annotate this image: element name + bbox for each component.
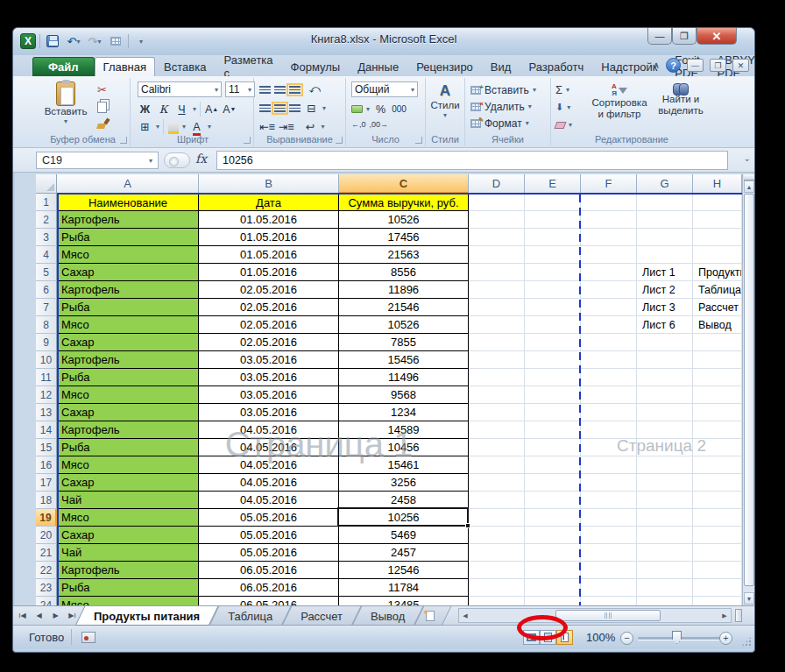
cell-F19[interactable] — [581, 509, 637, 527]
cell-G24[interactable] — [637, 597, 693, 605]
cell-F5[interactable] — [581, 264, 637, 281]
cell-F22[interactable] — [581, 562, 637, 579]
cell-F23[interactable] — [581, 579, 637, 597]
find-select-button[interactable]: Найти и выделить — [653, 83, 709, 117]
cell-H13[interactable] — [693, 404, 742, 421]
cell-B19[interactable]: 05.05.2016 — [199, 509, 339, 527]
underline-button[interactable]: Ч — [174, 102, 189, 117]
cell-F9[interactable] — [581, 334, 637, 351]
increase-indent-button[interactable]: ⇥≡ — [279, 119, 294, 134]
row-header-11[interactable]: 11 — [36, 369, 57, 386]
clear-button[interactable]: ▾ — [555, 117, 572, 132]
align-middle-icon[interactable] — [274, 86, 286, 94]
tab-вид[interactable]: Вид — [482, 57, 520, 76]
row-header-20[interactable]: 20 — [36, 527, 57, 544]
cell-H9[interactable] — [693, 334, 742, 351]
cell-D8[interactable] — [469, 316, 525, 334]
cell-F4[interactable] — [581, 246, 637, 264]
cell-A24[interactable]: Мясо — [57, 597, 199, 605]
row-header-14[interactable]: 14 — [36, 421, 57, 439]
delete-cells-button[interactable]: Удалить▾ — [470, 99, 536, 114]
horizontal-scrollbar[interactable]: ◀ ▶ — [458, 608, 732, 623]
cell-F10[interactable] — [581, 351, 637, 369]
cell-E10[interactable] — [525, 351, 581, 369]
cell-B20[interactable]: 05.05.2016 — [199, 527, 339, 544]
cell-A8[interactable]: Мясо — [57, 316, 199, 334]
expand-formula-bar-icon[interactable]: ⌄ — [744, 153, 751, 163]
row-header-7[interactable]: 7 — [36, 299, 57, 316]
cell-D22[interactable] — [469, 562, 525, 579]
cell-E9[interactable] — [525, 334, 581, 351]
row-header-18[interactable]: 18 — [36, 492, 57, 509]
cell-H8[interactable]: Вывод — [693, 316, 742, 334]
cell-G18[interactable] — [637, 492, 693, 509]
row-header-6[interactable]: 6 — [36, 281, 57, 299]
cell-E11[interactable] — [525, 369, 581, 386]
fill-color-button[interactable] — [163, 119, 179, 134]
cell-F8[interactable] — [581, 316, 637, 334]
row-header-5[interactable]: 5 — [36, 264, 57, 281]
table-header-cell[interactable]: Наименование — [57, 194, 199, 211]
row-header-12[interactable]: 12 — [36, 386, 57, 404]
cell-A6[interactable]: Картофель — [57, 281, 199, 299]
tab-split-handle[interactable] — [735, 609, 742, 622]
insert-cells-button[interactable]: Вставить▾ — [470, 82, 536, 97]
row-header-1[interactable]: 1 — [36, 194, 57, 211]
cell-C9[interactable]: 7855 — [339, 334, 469, 351]
cell-A18[interactable]: Чай — [57, 492, 199, 509]
cell-C12[interactable]: 9568 — [339, 386, 469, 404]
cell-E21[interactable] — [525, 544, 581, 562]
tab-данные[interactable]: Данные — [349, 57, 407, 76]
cell-C18[interactable]: 2458 — [339, 492, 469, 509]
fx-icon[interactable]: fx — [195, 152, 207, 166]
sheet-tab-таблица[interactable]: Таблица — [214, 606, 286, 626]
cell-H12[interactable] — [693, 386, 742, 404]
cell-E15[interactable] — [525, 439, 581, 456]
cell-G11[interactable] — [637, 369, 693, 386]
workbook-minimize-button[interactable]: — — [687, 59, 704, 72]
fill-handle[interactable] — [465, 523, 470, 528]
cell-B24[interactable]: 06.05.2016 — [199, 597, 339, 605]
cell-G23[interactable] — [637, 579, 693, 597]
copy-button[interactable] — [97, 102, 107, 113]
cell-D10[interactable] — [469, 351, 525, 369]
cell-C24[interactable]: 13485 — [339, 597, 469, 605]
decrease-decimal-button[interactable]: ,00→ — [370, 120, 389, 129]
cell-G16[interactable] — [637, 456, 693, 474]
cell-F3[interactable] — [581, 229, 637, 246]
cell-F12[interactable] — [581, 386, 637, 404]
cell-G3[interactable] — [637, 229, 693, 246]
cell-H11[interactable] — [693, 369, 742, 386]
row-header-16[interactable]: 16 — [36, 456, 57, 474]
cell-G2[interactable] — [637, 211, 693, 229]
cell-A21[interactable]: Чай — [57, 544, 199, 562]
help-icon[interactable]: ? — [666, 58, 681, 73]
cell-A4[interactable]: Мясо — [57, 246, 199, 264]
resize-grip[interactable] — [741, 636, 752, 647]
cell-D23[interactable] — [469, 579, 525, 597]
workbook-close-button[interactable]: ✕ — [732, 59, 749, 72]
cell-D24[interactable] — [469, 597, 525, 605]
cell-E23[interactable] — [525, 579, 581, 597]
collapse-ribbon-icon[interactable]: ∧ — [653, 60, 660, 71]
cell-G13[interactable] — [637, 404, 693, 421]
cell-H21[interactable] — [693, 544, 742, 562]
orientation-button[interactable]: ⤺ — [308, 82, 322, 97]
row-header-8[interactable]: 8 — [36, 316, 57, 334]
cell-B10[interactable]: 03.05.2016 — [199, 351, 339, 369]
align-left-icon[interactable] — [259, 104, 271, 112]
sheet-tab-active[interactable]: Продукты питания — [80, 606, 214, 626]
paste-button[interactable]: Вставить ▾ — [41, 81, 90, 125]
cell-C17[interactable]: 3256 — [339, 474, 469, 492]
fill-button[interactable]: ⬇▾ — [555, 100, 572, 115]
cell-F6[interactable] — [581, 281, 637, 299]
cell-C11[interactable]: 11496 — [339, 369, 469, 386]
page-break-dashed-line[interactable] — [579, 195, 581, 605]
vertical-scroll-thumb[interactable] — [744, 194, 754, 586]
wrap-text-button[interactable]: ↩ — [303, 119, 318, 134]
cell-H22[interactable] — [693, 562, 742, 579]
cell-B13[interactable]: 03.05.2016 — [199, 404, 339, 421]
cell-G19[interactable] — [637, 509, 693, 527]
scroll-down-button[interactable]: ▼ — [744, 592, 754, 605]
cell-B23[interactable]: 06.05.2016 — [199, 579, 339, 597]
